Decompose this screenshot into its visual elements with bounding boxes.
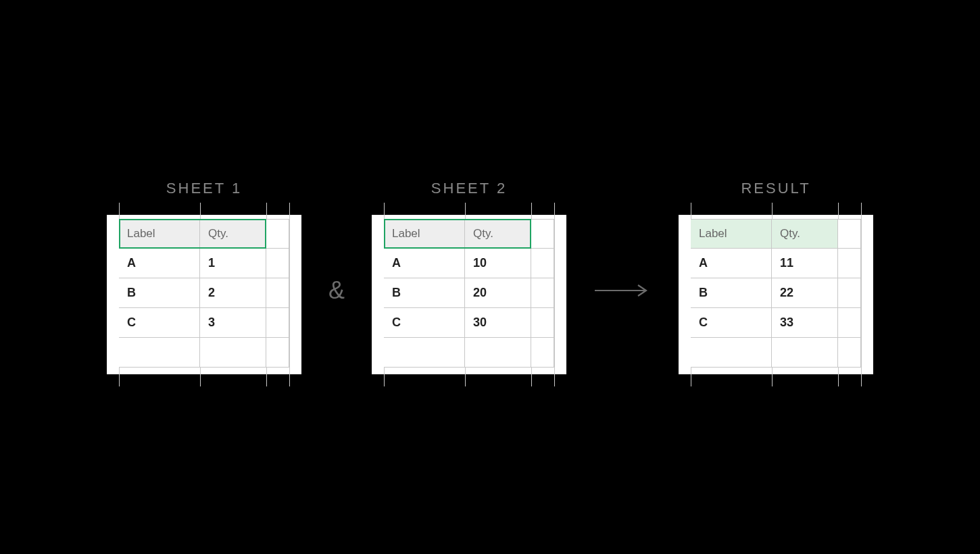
sheet1-column: SHEET 1 Label Qty. A 1 B 2 xyxy=(107,180,301,374)
cell-qty: 20 xyxy=(465,278,531,307)
table-row: C 33 xyxy=(691,308,861,338)
sheet2: Label Qty. A 10 B 20 C 30 xyxy=(372,215,566,374)
empty-row xyxy=(384,338,554,368)
cell-label: C xyxy=(691,308,772,337)
result-title: RESULT xyxy=(741,180,810,197)
cell-qty: 2 xyxy=(200,278,266,307)
cell-qty: 33 xyxy=(772,308,838,337)
cell-label: B xyxy=(691,278,772,307)
cell-qty: 3 xyxy=(200,308,266,337)
sheet2-header-row: Label Qty. xyxy=(384,219,554,249)
sheet2-header-label: Label xyxy=(384,220,465,248)
cell-qty: 1 xyxy=(200,249,266,278)
result-column: RESULT Label Qty. A 11 B 22 xyxy=(679,180,873,374)
arrow-icon xyxy=(593,255,652,299)
table-row: C 3 xyxy=(119,308,289,338)
table-row: C 30 xyxy=(384,308,554,338)
table-row: A 11 xyxy=(691,249,861,278)
empty-row xyxy=(691,338,861,368)
sheet1-grid: Label Qty. A 1 B 2 C 3 xyxy=(119,219,289,368)
result-grid: Label Qty. A 11 B 22 C 33 xyxy=(691,219,861,368)
empty-row xyxy=(119,338,289,368)
sheet1-header-qty: Qty. xyxy=(200,220,266,248)
result-header-qty: Qty. xyxy=(772,220,838,248)
table-row: B 20 xyxy=(384,278,554,308)
table-row: A 10 xyxy=(384,249,554,278)
cell-qty: 10 xyxy=(465,249,531,278)
sheet1: Label Qty. A 1 B 2 C 3 xyxy=(107,215,301,374)
cell-label: B xyxy=(119,278,200,307)
sheet1-title: SHEET 1 xyxy=(166,180,242,197)
cell-label: C xyxy=(119,308,200,337)
sheet1-header-label: Label xyxy=(119,220,200,248)
sheet2-header-qty: Qty. xyxy=(465,220,531,248)
cell-qty: 22 xyxy=(772,278,838,307)
table-row: B 22 xyxy=(691,278,861,308)
cell-label: B xyxy=(384,278,465,307)
cell-label: A xyxy=(691,249,772,278)
table-row: A 1 xyxy=(119,249,289,278)
cell-qty: 30 xyxy=(465,308,531,337)
diagram-stage: SHEET 1 Label Qty. A 1 B 2 xyxy=(107,180,873,374)
result-header-row: Label Qty. xyxy=(691,219,861,249)
sheet2-column: SHEET 2 Label Qty. A 10 B 20 xyxy=(372,180,566,374)
sheet2-grid: Label Qty. A 10 B 20 C 30 xyxy=(384,219,554,368)
cell-label: A xyxy=(119,249,200,278)
cell-label: C xyxy=(384,308,465,337)
ampersand-icon: & xyxy=(328,249,345,305)
result-sheet: Label Qty. A 11 B 22 C 33 xyxy=(679,215,873,374)
sheet2-title: SHEET 2 xyxy=(431,180,507,197)
cell-qty: 11 xyxy=(772,249,838,278)
cell-label: A xyxy=(384,249,465,278)
result-header-label: Label xyxy=(691,220,772,248)
table-row: B 2 xyxy=(119,278,289,308)
sheet1-header-row: Label Qty. xyxy=(119,219,289,249)
